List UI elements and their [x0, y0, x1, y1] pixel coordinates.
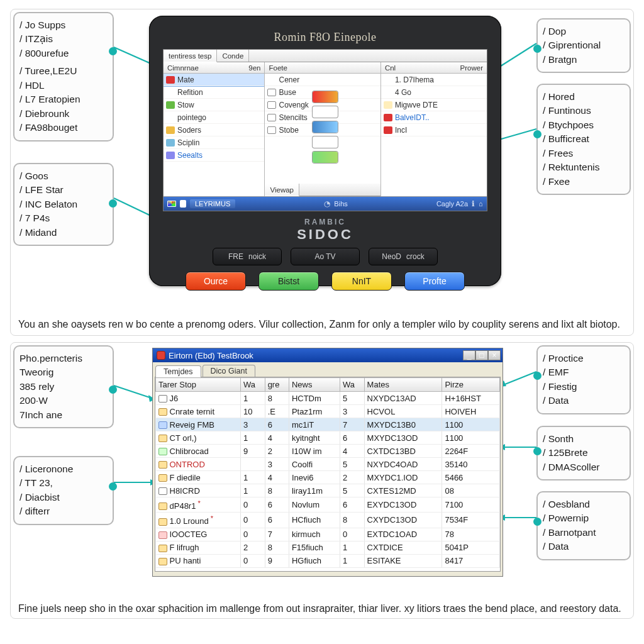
table-row[interactable]: 1.0 Lround *06HCfiuch8CXYDC13OD7534F [156, 513, 500, 528]
table-cell: MXYDC1.IOD [364, 471, 442, 484]
color-button-row: Ource Bistst NnIT Profte [163, 272, 487, 291]
table-cell: CXTES12MD [364, 484, 442, 497]
device-screen[interactable]: tentiress tesp Conde Cimnrnae9en Mate Re… [163, 49, 487, 211]
table-cell: IOOCTEG [156, 528, 241, 541]
table-cell: 8 [265, 541, 289, 554]
column-header[interactable]: gre [265, 378, 289, 392]
sub-tab[interactable]: Viewap [265, 184, 299, 196]
list-item[interactable]: BalveIDT.. [381, 111, 487, 124]
table-cell: Inevi6 [289, 471, 340, 484]
table-row[interactable]: F diedile14Inevi62MXYDC1.IOD5466 [156, 471, 500, 484]
list-item[interactable]: Migwve DTE [381, 99, 487, 111]
table-cell: 35140 [442, 458, 500, 471]
table-cell: Coolfi [289, 458, 340, 471]
table-cell: .E [265, 405, 289, 418]
file-icon [158, 408, 167, 416]
win-tab-2[interactable]: Dico Giant [203, 365, 255, 377]
table-cell: NXYDC13AD [364, 392, 442, 405]
screen-tabs: tentiress tesp Conde [164, 50, 487, 62]
table-row[interactable]: Chlibrocad92I10W im4CXTDC13BD2264F [156, 445, 500, 458]
callout2-top-right: Proctice EMF Fiestig Data [536, 345, 631, 414]
list-item[interactable]: Stencilts [265, 111, 380, 124]
taskbar-app[interactable]: LEYRIMUS [190, 199, 235, 208]
list-item[interactable]: 4 Go [381, 86, 487, 99]
list-item[interactable]: pointego [164, 111, 264, 124]
table-cell: 2 [340, 471, 364, 484]
list-item[interactable]: Seealts [164, 149, 264, 162]
red-button[interactable]: Ource [186, 272, 246, 291]
list-item[interactable]: Soders [164, 124, 264, 136]
table-cell: 1.0 Lround * [156, 513, 241, 528]
table-cell: 1 [241, 431, 265, 445]
column-header[interactable]: Wa [340, 378, 364, 392]
blue-button[interactable]: Profte [404, 272, 465, 291]
green-button[interactable]: Bistst [258, 272, 319, 291]
tab-1[interactable]: tentiress tesp [164, 50, 217, 62]
table-row[interactable]: ONTROD3Coolfi5NXYDC4OAD35140 [156, 458, 500, 471]
maximize-button[interactable]: □ [475, 350, 488, 360]
table-cell: NXYDC4OAD [364, 458, 442, 471]
list-item[interactable]: 1. D7Ihema [381, 74, 487, 86]
list-item[interactable]: Covengk [265, 99, 380, 111]
svg-line-8 [114, 386, 155, 399]
start-icon[interactable] [167, 201, 176, 207]
hard-button-row: FREnoick Ao TV NeoDcrock [163, 248, 487, 265]
table-cell: 3 [241, 418, 265, 431]
table-cell: kyitnght [289, 431, 340, 445]
table-row[interactable]: Reveig FMB36mc1iT7MXYDC13B01100 [156, 418, 500, 431]
table-cell: HOIVEH [442, 405, 500, 418]
list-item[interactable]: IncI [381, 124, 487, 136]
table-row[interactable]: CT orl,)14kyitnght6MXYDC13OD1100 [156, 431, 500, 445]
list-item[interactable]: Stobe [265, 124, 380, 136]
table-cell: 0 [241, 554, 265, 567]
table-row[interactable]: H8ICRD18liray11m5CXTES12MD08 [156, 484, 500, 497]
file-icon [158, 518, 167, 526]
list-item[interactable]: Refition [164, 86, 264, 99]
file-icon [158, 558, 167, 565]
table-cell: 3 [265, 458, 289, 471]
callout2-top-left: Pho.perncteris Tweorig 385 rely 200·W 7I… [13, 345, 114, 428]
win-tab-1[interactable]: Temjdes [155, 365, 201, 377]
table-cell: 8417 [442, 554, 500, 567]
list-item[interactable]: Buse [265, 86, 380, 99]
window-title-text: Eirtorn (Ebd) TestBrook [169, 351, 253, 360]
table-cell: kirmuch [289, 528, 340, 541]
table-cell: Chlibrocad [156, 445, 241, 458]
table-row[interactable]: F lifrugh28F15fiuch1CXTDICE5041P [156, 541, 500, 554]
table-row[interactable]: PU hanti09HGfiuch1ESITAKE8417 [156, 554, 500, 567]
table-cell: 1 [340, 541, 364, 554]
hard-button-2[interactable]: Ao TV [291, 248, 360, 265]
pane-left-header: Cimnrnae9en [164, 62, 264, 74]
column-header[interactable]: Pirze [442, 378, 500, 392]
hard-button-1[interactable]: FREnoick [213, 248, 282, 265]
yellow-button[interactable]: NnIT [331, 272, 392, 291]
table-cell: 7100 [442, 497, 500, 513]
table-cell: 7534F [442, 513, 500, 528]
close-button[interactable]: × [488, 350, 501, 360]
table-row[interactable]: J618HCTDm5NXYDC13ADH+16HST [156, 392, 500, 405]
table-cell: 9 [241, 445, 265, 458]
minimize-button[interactable]: _ [463, 350, 475, 360]
data-grid[interactable]: Tarer StopWagreNewsWaMatesPirze J618HCTD… [155, 377, 500, 568]
table-cell: 5041P [442, 541, 500, 554]
table-row[interactable]: Cnrate ternit10.EPtaz1rm3HCVOLHOIVEH [156, 405, 500, 418]
list-item[interactable]: Stow [164, 99, 264, 111]
column-header[interactable]: News [289, 378, 340, 392]
table-row[interactable]: IOOCTEG07kirmuch0EXTDC1OAD78 [156, 528, 500, 541]
table-row[interactable]: dP48r1 *06Novlum6EXYDC13OD7100 [156, 497, 500, 513]
table-cell: H+16HST [442, 392, 500, 405]
column-header[interactable]: Mates [364, 378, 442, 392]
column-header[interactable]: Wa [241, 378, 265, 392]
tab-2[interactable]: Conde [217, 50, 249, 62]
pane-left: Cimnrnae9en Mate Refition Stow pointego … [164, 62, 265, 196]
column-header[interactable]: Tarer Stop [156, 378, 241, 392]
table-cell: 6 [265, 418, 289, 431]
hard-button-3[interactable]: NeoDcrock [369, 248, 438, 265]
window-titlebar[interactable]: Eirtorn (Ebd) TestBrook _ □ × [153, 348, 502, 362]
list-item[interactable]: Cener [265, 74, 380, 86]
list-item[interactable]: Sciplin [164, 136, 264, 149]
bottom-caption: Fine juels neep sho in the oxar sphaciti… [18, 602, 626, 616]
callout-mid-right: Hored Funtinous Btychpoes Bufficreat Fre… [536, 84, 631, 195]
table-cell: 1 [340, 554, 364, 567]
list-item[interactable]: Mate [164, 74, 264, 86]
